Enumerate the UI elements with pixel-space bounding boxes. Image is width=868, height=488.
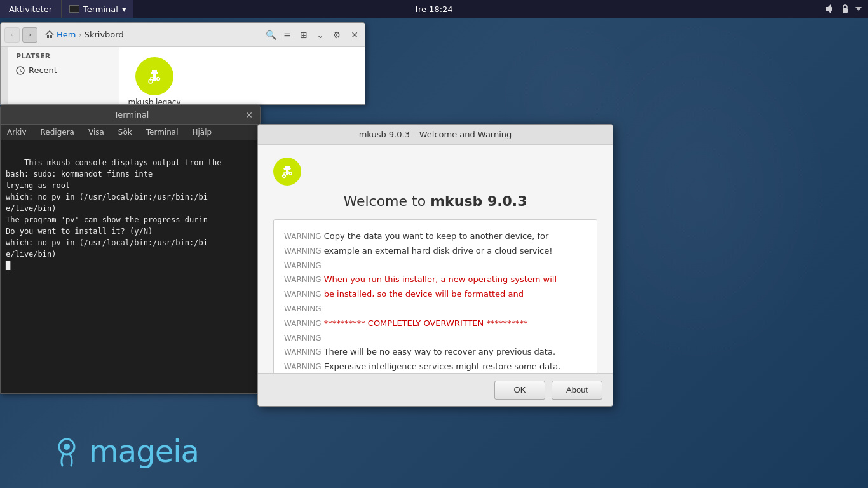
- fm-list-view-button[interactable]: ≡: [280, 27, 295, 43]
- welcome-prefix: Welcome to: [343, 193, 430, 209]
- dialog-icon-container: [273, 158, 597, 186]
- dialog-welcome-text: Welcome to mkusb 9.0.3: [273, 193, 597, 209]
- welcome-bold: mkusb 9.0.3: [430, 193, 527, 209]
- warning-tag-4: WARNING: [284, 275, 322, 284]
- dialog-titlebar: mkusb 9.0.3 – Welcome and Warning: [258, 125, 613, 145]
- fm-search-button[interactable]: 🔍: [263, 27, 278, 43]
- svg-point-12: [64, 444, 70, 450]
- fm-body: Platser Recent: [1, 47, 365, 104]
- fm-breadcrumb-dest: Skrivbord: [85, 30, 124, 39]
- file-manager-window: ‹ › Hem › Skrivbord 🔍 ≡ ⊞ ⌄ ⚙ ✕ Platser: [0, 22, 365, 105]
- terminal-close-button[interactable]: ✕: [243, 109, 255, 121]
- warning-line-5: WARNING be installed, so the device will…: [284, 288, 587, 301]
- warning-tag-6: WARNING: [284, 304, 322, 313]
- svg-rect-0: [843, 8, 848, 13]
- usb-symbol: [143, 65, 166, 88]
- fm-toolbar: ‹ › Hem › Skrivbord 🔍 ≡ ⊞ ⌄ ⚙ ✕: [1, 23, 365, 47]
- terminal-menu-terminal[interactable]: Terminal: [144, 126, 181, 138]
- terminal-menu-redigera[interactable]: Redigera: [38, 126, 77, 138]
- terminal-title: Terminal: [20, 110, 243, 119]
- taskbar: Aktiviteter _ Terminal ▾ fre 18:24: [0, 0, 868, 18]
- fm-grid-view-button[interactable]: ⊞: [296, 27, 311, 43]
- warning-tag-8: WARNING: [284, 334, 322, 342]
- svg-rect-2: [47, 35, 49, 38]
- fm-breadcrumb: Hem › Skrivbord: [40, 30, 129, 39]
- svg-marker-1: [855, 7, 862, 11]
- warning-text-1: Copy the data you want to keep to anothe…: [322, 231, 549, 241]
- fm-back-icon: ‹: [11, 30, 13, 39]
- fm-scrollbar[interactable]: [1, 47, 8, 104]
- fm-file-label: mkusb.legacy: [128, 98, 181, 104]
- warning-text-10: Expensive intelligence services might re…: [322, 362, 561, 371]
- mageia-logo: mageia: [51, 433, 199, 469]
- warning-tag-9: WARNING: [284, 348, 322, 356]
- fm-sort-button[interactable]: ⌄: [313, 27, 328, 43]
- terminal-menu-arkiv[interactable]: Arkiv: [4, 126, 29, 138]
- warning-text-9: There will be no easy way to recover any…: [322, 347, 555, 356]
- taskbar-clock: fre 18:24: [415, 4, 452, 14]
- fm-sidebar-recent[interactable]: Recent: [8, 63, 119, 78]
- taskbar-right: [825, 4, 868, 14]
- warning-line-3: WARNING: [284, 259, 587, 273]
- fm-file-mkusb[interactable]: mkusb.legacy: [126, 53, 183, 104]
- terminal-taskbar-icon: _: [69, 5, 79, 13]
- mkusb-dialog: mkusb 9.0.3 – Welcome and Warning Welcom…: [257, 124, 613, 407]
- activities-button[interactable]: Aktiviteter: [0, 0, 61, 18]
- mageia-icon: [51, 435, 83, 467]
- terminal-titlebar: Terminal ✕: [1, 105, 260, 125]
- dialog-body: Welcome to mkusb 9.0.3 WARNING Copy the …: [258, 145, 613, 373]
- fm-breadcrumb-sep: ›: [78, 30, 81, 39]
- terminal-taskbar-item[interactable]: _ Terminal ▾: [61, 0, 133, 18]
- terminal-dropdown-arrow: ▾: [122, 4, 126, 14]
- fm-settings-button[interactable]: ⚙: [329, 27, 344, 43]
- dialog-ok-button[interactable]: OK: [494, 381, 545, 400]
- warning-line-6: WARNING: [284, 302, 587, 316]
- terminal-taskbar-label: Terminal: [83, 4, 118, 14]
- fm-back-button[interactable]: ‹: [4, 27, 20, 43]
- svg-rect-3: [50, 35, 52, 38]
- dialog-content-area: WARNING Copy the data you want to keep t…: [273, 219, 597, 373]
- warning-tag-10: WARNING: [284, 362, 322, 371]
- fm-home-link[interactable]: Hem: [57, 30, 76, 39]
- taskbar-left: Aktiviteter _ Terminal ▾: [0, 0, 133, 18]
- warning-line-4: WARNING When you run this installer, a n…: [284, 273, 587, 287]
- terminal-body: This mkusb console displays output from …: [1, 140, 260, 393]
- fm-forward-button[interactable]: ›: [22, 27, 37, 43]
- activities-label: Aktiviteter: [9, 4, 52, 14]
- warning-line-10: WARNING Expensive intelligence services …: [284, 360, 587, 373]
- warning-tag-2: WARNING: [284, 247, 322, 255]
- home-icon: [45, 30, 54, 39]
- terminal-menu-visa[interactable]: Visa: [86, 126, 107, 138]
- warning-line-7: WARNING ********** COMPLETELY OVERWRITTE…: [284, 317, 587, 330]
- fm-content: mkusb.legacy: [119, 47, 365, 104]
- fm-close-button[interactable]: ✕: [348, 29, 361, 41]
- fm-forward-icon: ›: [29, 30, 31, 39]
- dialog-usb-icon: [273, 158, 301, 186]
- warning-line-2: WARNING example an external hard disk dr…: [284, 245, 587, 258]
- warning-tag-1: WARNING: [284, 232, 322, 241]
- fm-sidebar-title: Platser: [8, 52, 119, 63]
- warning-tag-7: WARNING: [284, 319, 322, 328]
- dialog-about-button[interactable]: About: [552, 381, 602, 400]
- fm-recent-label: Recent: [29, 65, 57, 75]
- warning-text-7: ********** COMPLETELY OVERWRITTEN ******…: [322, 318, 528, 328]
- mageia-text: mageia: [89, 433, 199, 469]
- fm-sidebar: Platser Recent: [8, 47, 119, 104]
- warning-text-2: example an external hard disk drive or a…: [322, 246, 553, 255]
- warning-tag-3: WARNING: [284, 261, 322, 270]
- warning-tag-5: WARNING: [284, 290, 322, 299]
- clock-time: fre 18:24: [415, 4, 452, 14]
- terminal-menu-hjalp[interactable]: Hjälp: [189, 126, 214, 138]
- lock-icon[interactable]: [840, 4, 850, 14]
- warning-line-8: WARNING: [284, 332, 587, 345]
- tray-arrow[interactable]: [855, 6, 862, 12]
- sound-icon[interactable]: [825, 4, 835, 14]
- terminal-window: Terminal ✕ Arkiv Redigera Visa Sök Termi…: [0, 105, 261, 394]
- warning-line-1: WARNING Copy the data you want to keep t…: [284, 230, 587, 243]
- dialog-footer: OK About: [258, 373, 613, 406]
- warning-line-9: WARNING There will be no easy way to rec…: [284, 346, 587, 359]
- terminal-menu-sok[interactable]: Sök: [116, 126, 135, 138]
- terminal-output: This mkusb console displays output from …: [6, 158, 222, 270]
- warning-text-4: When you run this installer, a new opera…: [322, 274, 557, 284]
- warning-text-5: be installed, so the device will be form…: [322, 289, 524, 299]
